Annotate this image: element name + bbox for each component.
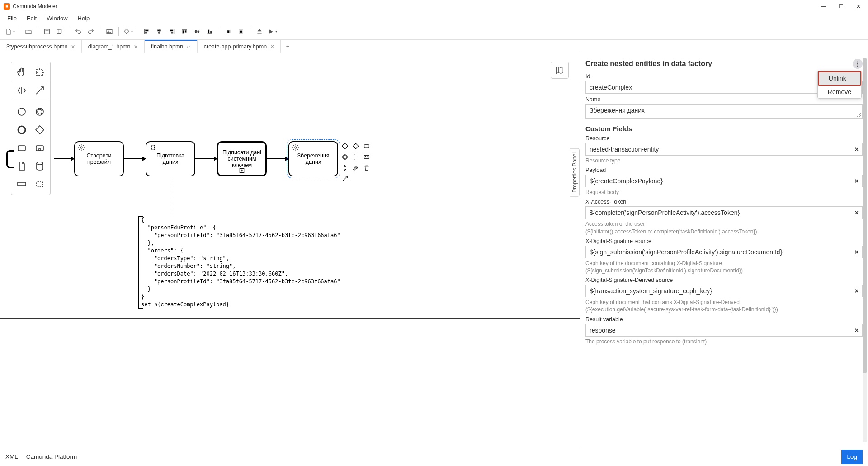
- image-button[interactable]: [104, 26, 115, 37]
- app-icon: ■: [4, 3, 10, 10]
- menubar: File Edit Window Help: [0, 13, 868, 24]
- association-line: [170, 178, 170, 215]
- more-menu-button[interactable]: ⋮: [853, 59, 863, 69]
- clear-icon[interactable]: ×: [855, 248, 859, 256]
- canvas[interactable]: Створити профайл Підготовка даних Підпис…: [0, 53, 580, 447]
- menu-help[interactable]: Help: [73, 14, 94, 23]
- tab-create-app-primary[interactable]: create-app-primary.bpmn×: [198, 40, 281, 53]
- save-all-button[interactable]: [54, 26, 65, 37]
- sig-input[interactable]: ${sign_submission('signPersonProfileActi…: [585, 246, 863, 258]
- svg-rect-1: [46, 29, 48, 30]
- append-end-event[interactable]: [340, 141, 350, 151]
- align-right-button[interactable]: [166, 26, 177, 37]
- clear-icon[interactable]: ×: [855, 209, 859, 216]
- minimize-button[interactable]: —: [821, 3, 826, 10]
- svg-rect-21: [364, 145, 369, 148]
- status-xml[interactable]: XML: [5, 453, 18, 460]
- align-bottom-button[interactable]: [204, 26, 215, 37]
- svg-point-17: [80, 147, 82, 148]
- task-sign-data[interactable]: Підписати дані системним ключем: [217, 141, 267, 176]
- task-prepare-data[interactable]: Підготовка даних: [146, 141, 195, 176]
- log-button[interactable]: Log: [841, 450, 863, 464]
- clear-icon[interactable]: ×: [855, 146, 859, 153]
- token-hint: Access token of the user (${initiator().…: [585, 220, 863, 235]
- resource-input[interactable]: nested-transaction-entity×: [585, 143, 863, 156]
- menu-file[interactable]: File: [3, 14, 21, 23]
- close-icon[interactable]: ×: [134, 43, 138, 50]
- task-create-profile[interactable]: Створити профайл: [74, 141, 124, 176]
- titlebar: ■ Camunda Modeler — ☐ ✕: [0, 0, 868, 13]
- maximize-button[interactable]: ☐: [839, 3, 844, 10]
- sigd-hint: Ceph key of document that contains X-Dig…: [585, 299, 863, 313]
- seq-flow[interactable]: [195, 158, 217, 159]
- unlink-menu-item[interactable]: Unlink: [818, 71, 861, 86]
- tab-diagram1[interactable]: diagram_1.bpmn×: [82, 40, 145, 53]
- remove-menu-item[interactable]: Remove: [818, 86, 861, 98]
- align-left-button[interactable]: [141, 26, 152, 37]
- new-tab-button[interactable]: +: [281, 40, 294, 53]
- dist-v-button[interactable]: [236, 26, 246, 37]
- clear-icon[interactable]: ×: [855, 287, 859, 295]
- panel-title: Create nested entities in data factory ⋮: [585, 59, 863, 69]
- dist-h-button[interactable]: [223, 26, 234, 37]
- run-button[interactable]: ▾: [267, 26, 278, 37]
- context-pad: [340, 141, 372, 184]
- svg-rect-0: [45, 29, 50, 34]
- template-context-menu: Unlink Remove: [817, 71, 862, 99]
- deploy-button[interactable]: [254, 26, 265, 37]
- open-button[interactable]: [23, 26, 34, 37]
- menu-edit[interactable]: Edit: [22, 14, 41, 23]
- resource-hint: Resource type: [585, 157, 863, 164]
- close-icon[interactable]: ×: [71, 43, 75, 50]
- properties-panel-toggle[interactable]: Properties Panel: [570, 148, 580, 197]
- status-platform[interactable]: Camunda Platform: [26, 453, 77, 460]
- task-save-data[interactable]: Збереження даних: [288, 141, 338, 176]
- token-input[interactable]: ${completer('signPersonProfileActivity')…: [585, 206, 863, 219]
- close-window-button[interactable]: ✕: [856, 3, 861, 10]
- start-event[interactable]: [6, 150, 14, 168]
- append-gateway[interactable]: [351, 141, 361, 151]
- tabs: 3typessubprocess.bpmn× diagram_1.bpmn× f…: [0, 40, 868, 53]
- append-annotation[interactable]: [351, 152, 361, 162]
- clear-icon[interactable]: ×: [855, 177, 859, 185]
- undo-button[interactable]: [73, 26, 84, 37]
- delete-icon[interactable]: [362, 163, 372, 173]
- clear-icon[interactable]: ×: [855, 327, 859, 334]
- sigd-input[interactable]: ${transaction_system_signature_ceph_key}…: [585, 285, 863, 297]
- append-message[interactable]: [362, 152, 372, 162]
- wrench-icon[interactable]: [351, 163, 361, 173]
- window-controls: — ☐ ✕: [821, 3, 864, 10]
- result-input[interactable]: response×: [585, 324, 863, 337]
- selection-outline: Збереження даних: [287, 139, 340, 178]
- menu-window[interactable]: Window: [42, 14, 72, 23]
- text-annotation[interactable]: { "personEduProfile": { "personProfileId…: [141, 216, 340, 309]
- align-middle-button[interactable]: [192, 26, 203, 37]
- unsaved-dot-icon: ○: [187, 43, 190, 50]
- seq-flow[interactable]: [54, 158, 74, 159]
- align-center-button[interactable]: [154, 26, 165, 37]
- payload-input[interactable]: ${createComplexPayload}×: [585, 175, 863, 187]
- close-icon[interactable]: ×: [270, 43, 274, 50]
- seq-flow[interactable]: [267, 158, 288, 159]
- append-inter-event[interactable]: [340, 152, 350, 162]
- payload-hint: Request body: [585, 189, 863, 196]
- new-file-button[interactable]: ▾: [5, 26, 15, 37]
- result-label: Result variable: [585, 316, 863, 323]
- gear-icon: [292, 144, 299, 151]
- scrollbar-thumb[interactable]: [863, 58, 867, 373]
- tab-finalbp[interactable]: finalbp.bpmn○: [145, 40, 198, 53]
- scrollbar[interactable]: [863, 58, 867, 442]
- sig-label: X-Digital-Signature source: [585, 238, 863, 244]
- name-input[interactable]: Збереження даних: [585, 104, 863, 119]
- connect-icon[interactable]: [340, 174, 350, 184]
- tab-3typessubprocess[interactable]: 3typessubprocess.bpmn×: [0, 40, 82, 53]
- sigd-label: X-Digital-Signature-Derived source: [585, 277, 863, 283]
- change-type[interactable]: [340, 163, 350, 173]
- save-button[interactable]: [42, 26, 52, 37]
- append-task[interactable]: [362, 141, 372, 151]
- svg-rect-2: [57, 30, 61, 34]
- align-top-button[interactable]: [179, 26, 190, 37]
- seq-flow[interactable]: [124, 158, 146, 159]
- redo-button[interactable]: [85, 26, 96, 37]
- color-button[interactable]: ▾: [123, 26, 133, 37]
